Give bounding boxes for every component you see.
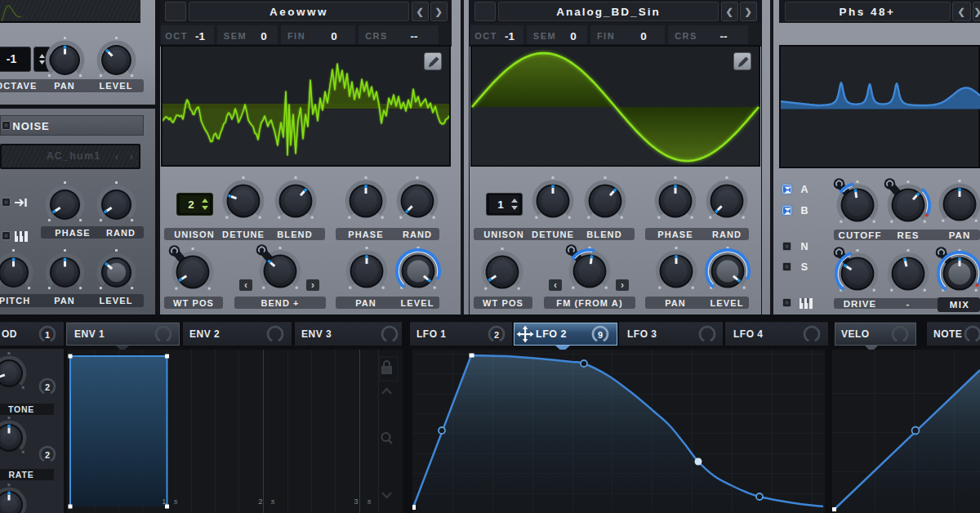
svg-text:2: 2 xyxy=(45,450,50,460)
svg-text:9: 9 xyxy=(598,330,603,340)
svg-text:2: 2 xyxy=(494,330,499,340)
svg-text:1: 1 xyxy=(45,330,50,340)
svg-text:2: 2 xyxy=(45,382,50,392)
